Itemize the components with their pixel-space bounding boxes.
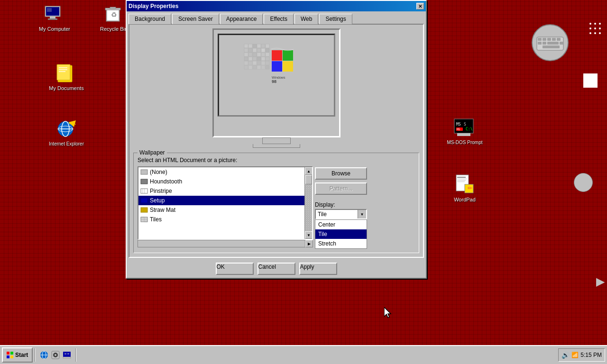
- scroll-thumb[interactable]: [305, 175, 312, 184]
- svg-rect-68: [266, 48, 269, 52]
- select-arrow[interactable]: ▼: [358, 210, 366, 218]
- svg-rect-60: [257, 44, 261, 48]
- svg-rect-59: [253, 44, 257, 48]
- svg-rect-43: [560, 42, 563, 45]
- list-item-houndstooth[interactable]: Houndstooth: [138, 177, 304, 186]
- desktop-icon-my-computer[interactable]: My Computer: [36, 2, 74, 32]
- svg-rect-87: [244, 61, 248, 65]
- ok-button[interactable]: OK: [216, 263, 254, 275]
- item-tiles-icon: [140, 216, 148, 223]
- svg-rect-73: [261, 53, 265, 56]
- listbox-scrollbar[interactable]: ▲ ▼: [304, 167, 312, 239]
- svg-point-47: [599, 23, 601, 25]
- gray-circle: [574, 173, 593, 192]
- svg-rect-27: [457, 177, 466, 178]
- desktop-icon-ms-dos[interactable]: MS S MS C:\ MS-DOS Prompt: [446, 116, 484, 146]
- list-item-setup[interactable]: Setup: [138, 196, 304, 205]
- svg-rect-11: [57, 64, 70, 80]
- svg-text:Windows: Windows: [272, 76, 285, 79]
- svg-rect-14: [59, 71, 65, 72]
- pattern-button[interactable]: Pattern...: [315, 182, 367, 195]
- quick-launch-area: [37, 350, 74, 360]
- keyboard-icon-area: [531, 24, 569, 63]
- svg-rect-2: [50, 17, 55, 18]
- wordpad-label: WordPad: [446, 197, 484, 203]
- svg-rect-40: [538, 42, 542, 45]
- svg-rect-77: [253, 57, 257, 61]
- wallpaper-listbox[interactable]: (None) Houndstooth: [138, 166, 313, 240]
- ql-ie-icon[interactable]: [39, 350, 49, 360]
- tab-web[interactable]: Web: [294, 14, 318, 24]
- dialog-button-row: OK Cancel Apply: [127, 260, 426, 278]
- svg-rect-79: [261, 57, 265, 61]
- close-button[interactable]: ✕: [416, 3, 424, 9]
- svg-point-51: [589, 32, 591, 34]
- ql-desktop-icon[interactable]: [62, 350, 72, 360]
- svg-rect-66: [257, 48, 261, 52]
- svg-rect-67: [261, 48, 265, 52]
- desktop-icon-wordpad[interactable]: ✏ WordPad: [446, 173, 484, 203]
- svg-rect-44: [543, 46, 560, 48]
- svg-text:MS: MS: [457, 127, 460, 131]
- monitor-base: [253, 144, 300, 148]
- cancel-button[interactable]: Cancel: [258, 263, 295, 275]
- wallpaper-right-controls: Browse Pattern... Display: Tile ▼: [315, 166, 367, 249]
- tab-background[interactable]: Background: [129, 14, 171, 24]
- tray-volume-icon[interactable]: 🔊: [561, 351, 570, 359]
- dropdown-item-stretch[interactable]: Stretch: [315, 239, 367, 248]
- desktop-icon-my-documents[interactable]: My Documents: [47, 62, 85, 91]
- svg-rect-95: [253, 65, 257, 69]
- h-scroll-area: ▶: [138, 240, 313, 247]
- dropdown-item-center[interactable]: Center: [315, 220, 367, 229]
- tab-screen-saver[interactable]: Screen Saver: [172, 14, 219, 24]
- wallpaper-group: Wallpaper Select an HTML Document or a p…: [133, 153, 419, 253]
- tab-effects[interactable]: Effects: [264, 14, 293, 24]
- dropdown-item-tile[interactable]: Tile: [315, 229, 367, 239]
- svg-rect-120: [63, 352, 71, 357]
- right-arrow[interactable]: ▶: [596, 275, 605, 288]
- display-section: Display: Tile ▼ Center Tile Stretch: [315, 201, 367, 249]
- ql-media-icon[interactable]: [51, 350, 60, 360]
- dialog-body: Windows 98: [129, 24, 424, 258]
- svg-rect-55: [229, 106, 324, 112]
- item-none-icon: [140, 168, 148, 176]
- svg-rect-61: [261, 44, 265, 48]
- scroll-right-btn[interactable]: ▶: [305, 240, 313, 247]
- internet-explorer-label: Internet Explorer: [47, 141, 85, 147]
- list-item-straw-mat[interactable]: Straw Mat: [138, 205, 304, 215]
- display-select[interactable]: Tile ▼: [315, 209, 367, 219]
- list-item-none[interactable]: (None): [138, 167, 304, 177]
- desktop: My Computer ♻ Recycle Bin My Docume: [0, 0, 607, 364]
- svg-rect-93: [244, 65, 248, 69]
- scroll-down-button[interactable]: ▼: [305, 231, 313, 239]
- wallpaper-controls: (None) Houndstooth: [138, 166, 415, 249]
- svg-rect-37: [547, 38, 551, 41]
- my-computer-label: My Computer: [36, 26, 74, 32]
- browse-button[interactable]: Browse: [315, 167, 367, 180]
- display-dropdown: Center Tile Stretch: [315, 219, 367, 249]
- list-item-pinstripe[interactable]: Pinstripe: [138, 186, 304, 196]
- taskbar-sep-1: [35, 348, 36, 362]
- desktop-icon-internet-explorer[interactable]: Internet Explorer: [47, 118, 85, 147]
- svg-rect-111: [10, 352, 13, 355]
- start-button[interactable]: Start: [2, 347, 33, 363]
- apply-button[interactable]: Apply: [299, 263, 337, 275]
- monitor-outer: Windows 98: [212, 28, 340, 137]
- svg-rect-113: [10, 355, 13, 358]
- svg-rect-4: [47, 8, 52, 12]
- wallpaper-sublabel: Select an HTML Document or a picture:: [138, 157, 415, 164]
- svg-rect-99: [141, 170, 147, 174]
- svg-text:♻: ♻: [111, 11, 117, 18]
- tab-appearance[interactable]: Appearance: [220, 14, 263, 24]
- list-item-tiles[interactable]: Tiles: [138, 215, 304, 224]
- scroll-up-button[interactable]: ▲: [305, 167, 313, 175]
- scroll-track: [305, 175, 312, 231]
- tab-settings[interactable]: Settings: [319, 14, 352, 24]
- svg-text:S: S: [464, 122, 466, 127]
- display-label: Display:: [315, 201, 367, 208]
- tray-network-icon[interactable]: 📶: [571, 352, 579, 358]
- wallpaper-group-label: Wallpaper: [138, 149, 167, 156]
- my-documents-icon: [55, 62, 78, 84]
- taskbar: Start: [0, 345, 607, 364]
- svg-rect-72: [257, 53, 261, 56]
